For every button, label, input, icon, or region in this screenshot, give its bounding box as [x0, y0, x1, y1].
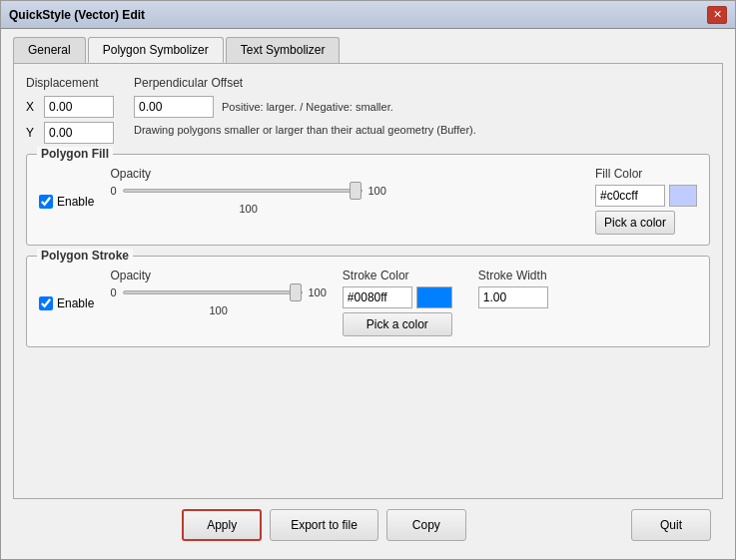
stroke-slider-max: 100	[309, 286, 327, 298]
stroke-width-label: Stroke Width	[478, 269, 548, 282]
stroke-opacity-block: Opacity 0 100 100	[110, 269, 326, 316]
fill-opacity-block: Opacity 0 100 100	[110, 167, 385, 215]
polygon-stroke-title: Polygon Stroke	[37, 249, 133, 263]
x-label: X	[26, 100, 40, 114]
export-button[interactable]: Export to file	[270, 509, 378, 541]
close-button[interactable]: ✕	[707, 6, 727, 24]
tab-polygon-symbolizer[interactable]: Polygon Symbolizer	[88, 37, 224, 63]
y-input[interactable]	[44, 122, 114, 144]
tab-text-symbolizer[interactable]: Text Symbolizer	[226, 37, 341, 63]
fill-slider-max: 100	[368, 185, 386, 197]
y-label: Y	[26, 126, 40, 140]
stroke-slider-row: 0 100	[110, 286, 326, 298]
fill-opacity-slider[interactable]	[123, 189, 363, 193]
tab-panel: Displacement X Y Perpendicular Offset	[13, 63, 723, 499]
perpendicular-input[interactable]	[134, 96, 214, 118]
content-area: General Polygon Symbolizer Text Symboliz…	[1, 29, 735, 559]
fill-enable-label: Enable	[57, 195, 94, 209]
polygon-stroke-section: Polygon Stroke Enable Opacity 0 100 100	[26, 256, 710, 347]
stroke-color-swatch	[416, 286, 452, 308]
x-row: X	[26, 96, 114, 118]
stroke-width-input[interactable]	[478, 286, 548, 308]
tab-general[interactable]: General	[13, 37, 86, 63]
stroke-pick-color-button[interactable]: Pick a color	[343, 312, 452, 336]
fill-slider-min: 0	[110, 185, 116, 197]
stroke-width-block: Stroke Width	[478, 269, 548, 308]
apply-button[interactable]: Apply	[182, 509, 262, 541]
stroke-color-label: Stroke Color	[343, 269, 452, 282]
stroke-slider-value: 100	[110, 304, 326, 316]
polygon-stroke-inner: Enable Opacity 0 100 100 Stroke Color	[39, 269, 697, 336]
displacement-box: Displacement X Y	[26, 76, 114, 144]
fill-opacity-label: Opacity	[110, 167, 385, 181]
fill-enable-row: Enable	[39, 195, 94, 209]
stroke-opacity-slider[interactable]	[123, 290, 303, 294]
stroke-color-row	[343, 286, 452, 308]
fill-enable-checkbox[interactable]	[39, 195, 53, 209]
top-section: Displacement X Y Perpendicular Offset	[26, 76, 710, 144]
fill-color-row	[595, 185, 697, 207]
fill-hex-input[interactable]	[595, 185, 665, 207]
window-title: QuickStyle (Vector) Edit	[9, 8, 145, 22]
fill-color-box: Fill Color Pick a color	[595, 167, 697, 235]
titlebar: QuickStyle (Vector) Edit ✕	[1, 1, 735, 29]
bottom-bar: Apply Export to file Copy Quit	[13, 499, 723, 551]
perp-hint: Positive: larger. / Negative: smaller.	[222, 101, 393, 113]
perp-input-row: Positive: larger. / Negative: smaller.	[134, 96, 476, 118]
fill-slider-row: 0 100	[110, 185, 385, 197]
tab-bar: General Polygon Symbolizer Text Symboliz…	[13, 37, 723, 63]
polygon-fill-title: Polygon Fill	[37, 147, 113, 161]
perpendicular-label: Perpendicular Offset	[134, 76, 476, 90]
perpendicular-box: Perpendicular Offset Positive: larger. /…	[134, 76, 476, 136]
x-input[interactable]	[44, 96, 114, 118]
stroke-enable-checkbox[interactable]	[39, 296, 53, 310]
main-window: QuickStyle (Vector) Edit ✕ General Polyg…	[0, 0, 736, 560]
displacement-label: Displacement	[26, 76, 114, 90]
fill-pick-color-button[interactable]: Pick a color	[595, 211, 675, 235]
copy-button[interactable]: Copy	[386, 509, 466, 541]
stroke-color-block: Stroke Color Pick a color	[343, 269, 452, 336]
stroke-enable-row: Enable	[39, 296, 94, 310]
stroke-hex-input[interactable]	[343, 286, 412, 308]
stroke-enable-label: Enable	[57, 296, 94, 310]
perp-desc: Drawing polygons smaller or larger than …	[134, 124, 476, 136]
stroke-slider-min: 0	[110, 286, 116, 298]
y-row: Y	[26, 122, 114, 144]
polygon-fill-section: Polygon Fill Enable Opacity 0 100 100	[26, 154, 710, 246]
quit-button[interactable]: Quit	[631, 509, 711, 541]
stroke-opacity-label: Opacity	[110, 269, 326, 282]
fill-color-label: Fill Color	[595, 167, 642, 181]
fill-slider-value: 100	[110, 203, 385, 215]
polygon-fill-inner: Enable Opacity 0 100 100 Fill Color	[39, 167, 697, 235]
fill-color-swatch	[669, 185, 697, 207]
